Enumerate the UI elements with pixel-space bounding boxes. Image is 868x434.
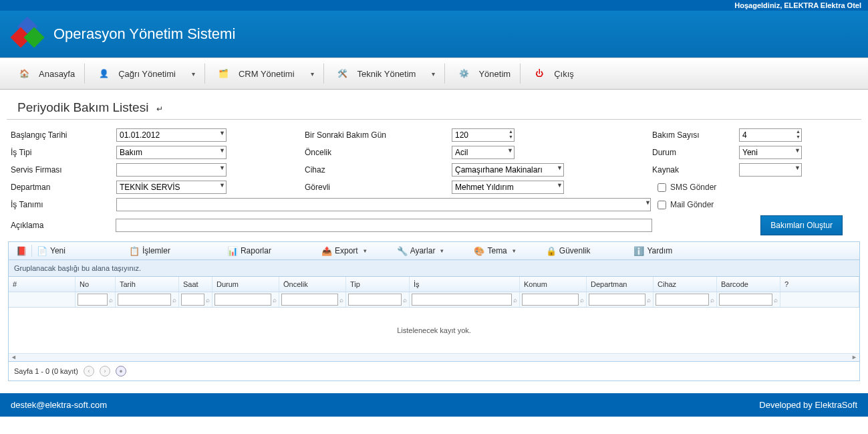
input-cihaz[interactable] xyxy=(452,163,564,177)
col-tip[interactable]: Tip xyxy=(346,277,410,292)
input-servis[interactable] xyxy=(116,163,227,177)
col-saat[interactable]: Saat xyxy=(179,277,212,292)
nav-exit[interactable]: ⏻ Çıkış xyxy=(521,58,583,89)
logo-icon xyxy=(12,18,44,50)
create-maintenance-button[interactable]: Bakımları Oluştur xyxy=(760,215,843,235)
pager-prev[interactable]: ‹ xyxy=(84,366,94,376)
app-header: Operasyon Yönetim Sistemi xyxy=(0,11,868,58)
pager-next[interactable]: › xyxy=(100,366,110,376)
col-konum[interactable]: Konum xyxy=(520,277,587,292)
filter-konum[interactable] xyxy=(522,294,579,306)
filter-durum[interactable] xyxy=(214,294,271,306)
filter-icon[interactable]: ⌕ xyxy=(109,296,113,304)
label-istanimi: İş Tanımı xyxy=(11,200,116,209)
filter-icon[interactable]: ⌕ xyxy=(206,296,210,304)
book-icon: 📕 xyxy=(17,246,26,255)
col-durum[interactable]: Durum xyxy=(212,277,279,292)
filter-tarih[interactable] xyxy=(118,294,171,306)
input-istanimi[interactable] xyxy=(116,198,651,211)
col-barcode[interactable]: Barcode xyxy=(717,277,780,292)
input-baslangic[interactable] xyxy=(116,128,227,142)
checkbox-sms[interactable] xyxy=(658,183,666,192)
label-sonraki: Bir Sonraki Bakım Gün xyxy=(305,130,452,140)
nav-home-label: Anasayfa xyxy=(39,69,75,79)
input-istipi[interactable] xyxy=(116,146,227,159)
filter-icon[interactable]: ⌕ xyxy=(647,296,651,304)
filter-icon[interactable]: ⌕ xyxy=(172,296,176,304)
col-hash[interactable]: # xyxy=(9,277,76,292)
col-departman[interactable]: Departman xyxy=(587,277,654,292)
input-oncelik[interactable] xyxy=(452,146,515,159)
filter-oncelik[interactable] xyxy=(281,294,338,306)
filter-icon[interactable]: ⌕ xyxy=(580,296,584,304)
nav-call-label: Çağrı Yönetimi xyxy=(118,69,176,79)
filter-cihaz[interactable] xyxy=(656,294,709,306)
toolbar-new[interactable]: 📄Yeni xyxy=(32,242,71,259)
input-durum[interactable] xyxy=(739,146,802,159)
toolbar-reports[interactable]: 📊Raporlar xyxy=(223,242,277,259)
grid-filter-row: ⌕ ⌕ ⌕ ⌕ ⌕ ⌕ ⌕ ⌕ ⌕ ⌕ ⌕ xyxy=(9,292,859,308)
toolbar-settings[interactable]: 🔧Ayarlar▾ xyxy=(392,242,450,259)
label-departman: Departman xyxy=(11,183,116,192)
filter-icon[interactable]: ⌕ xyxy=(774,296,778,304)
grid-group-hint[interactable]: Gruplanacak başlığı bu alana taşıyınız. xyxy=(8,260,860,277)
grid-pager: Sayfa 1 - 0 (0 kayıt) ‹ › ● xyxy=(8,362,860,381)
filter-icon[interactable]: ⌕ xyxy=(273,296,277,304)
grid-toolbar: 📕 📄Yeni 📋İşlemler 📊Raporlar 📤Export▾ 🔧Ay… xyxy=(8,241,860,260)
input-gorevli[interactable] xyxy=(452,181,564,194)
input-sonraki[interactable] xyxy=(452,128,515,142)
toolbar-operations[interactable]: 📋İşlemler xyxy=(124,242,176,259)
nav-admin[interactable]: ⚙️ Yönetim xyxy=(445,58,520,89)
crm-icon: 🗂️ xyxy=(214,64,233,83)
toolbar-delete[interactable]: 📕 xyxy=(11,242,31,259)
filter-icon[interactable]: ⌕ xyxy=(710,296,714,304)
lock-icon: 🔒 xyxy=(547,246,556,255)
input-bakimsayisi[interactable] xyxy=(739,128,802,142)
toolbar-help[interactable]: ℹ️Yardım xyxy=(629,242,678,259)
toolbar-security-label: Güvenlik xyxy=(559,246,591,255)
col-oncelik[interactable]: Öncelik xyxy=(279,277,346,292)
toolbar-export[interactable]: 📤Export▾ xyxy=(317,242,372,259)
checkbox-mail[interactable] xyxy=(658,201,666,209)
filter-saat[interactable] xyxy=(181,294,204,306)
label-gorevli: Görevli xyxy=(305,183,452,192)
filter-tip[interactable] xyxy=(348,294,402,306)
pager-current[interactable]: ● xyxy=(116,366,126,376)
nav-home[interactable]: 🏠 Anasayfa xyxy=(5,58,84,89)
footer-email[interactable]: destek@elektra-soft.com xyxy=(11,400,107,410)
col-no[interactable]: No xyxy=(76,277,116,292)
toolbar-new-label: Yeni xyxy=(50,246,65,255)
grid-scrollbar[interactable] xyxy=(9,353,859,361)
nav-tech[interactable]: 🛠️ Teknik Yönetim ▾ xyxy=(324,58,445,89)
input-departman[interactable] xyxy=(116,181,227,194)
nav-call[interactable]: 👤 Çağrı Yönetimi ▾ xyxy=(85,58,204,89)
col-is[interactable]: İş xyxy=(410,277,520,292)
filter-departman[interactable] xyxy=(589,294,645,306)
input-aciklama[interactable] xyxy=(116,219,652,232)
main-nav: 🏠 Anasayfa 👤 Çağrı Yönetimi ▾ 🗂️ CRM Yön… xyxy=(0,58,868,90)
nav-tech-label: Teknik Yönetim xyxy=(357,69,416,79)
chevron-down-icon: ▾ xyxy=(311,70,314,78)
col-tarih[interactable]: Tarih xyxy=(116,277,179,292)
nav-crm[interactable]: 🗂️ CRM Yönetimi ▾ xyxy=(205,58,323,89)
filter-is[interactable] xyxy=(412,294,512,306)
data-grid: # No Tarih Saat Durum Öncelik Tip İş Kon… xyxy=(8,277,860,362)
new-icon: 📄 xyxy=(37,246,47,255)
label-cihaz: Cihaz xyxy=(305,165,452,175)
filter-icon[interactable]: ⌕ xyxy=(403,296,407,304)
toolbar-settings-label: Ayarlar xyxy=(410,246,436,255)
col-cihaz[interactable]: Cihaz xyxy=(654,277,717,292)
filter-icon[interactable]: ⌕ xyxy=(339,296,343,304)
input-kaynak[interactable] xyxy=(739,163,802,177)
toolbar-security[interactable]: 🔒Güvenlik xyxy=(541,242,596,259)
refresh-icon[interactable]: ↵ xyxy=(156,104,163,114)
label-bakimsayisi: Bakım Sayısı xyxy=(652,130,739,140)
palette-icon: 🎨 xyxy=(474,246,484,255)
filter-icon[interactable]: ⌕ xyxy=(513,296,517,304)
filter-no[interactable] xyxy=(78,294,108,306)
toolbar-theme[interactable]: 🎨Tema▾ xyxy=(469,242,521,259)
col-q[interactable]: ? xyxy=(780,277,859,292)
label-oncelik: Öncelik xyxy=(305,148,452,157)
filter-hash xyxy=(9,292,76,307)
filter-barcode[interactable] xyxy=(719,294,772,306)
